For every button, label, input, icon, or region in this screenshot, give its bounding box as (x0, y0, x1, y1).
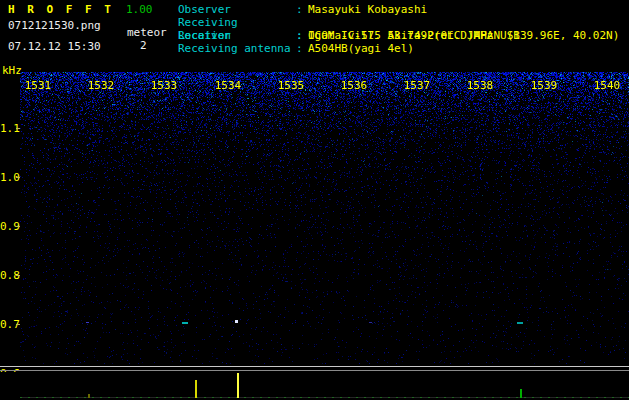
meteor-echo-mark (86, 322, 89, 323)
info-label: Receiving antenna (178, 42, 296, 55)
mode-label: meteor (127, 26, 167, 39)
freq-tick-label: 0.8 (0, 269, 17, 282)
info-row-location: Receiving Location:Ogata-vill. Akita-Pre… (178, 16, 619, 29)
level-spike (195, 380, 197, 398)
level-spike (237, 373, 239, 398)
level-spike (520, 389, 522, 398)
info-row-antenna: Receiving antenna:A504HB(yagi 4el) (178, 42, 619, 55)
meteor-echo-mark (369, 322, 372, 323)
time-tick-label: 1538 (467, 79, 494, 92)
info-label: Receiver (178, 29, 296, 42)
time-tick-label: 1531 (25, 79, 52, 92)
freq-tick-mark (16, 275, 20, 276)
level-spike (88, 394, 90, 398)
freq-tick-label: 0.7 (0, 318, 17, 331)
meteor-echo-mark (182, 322, 188, 324)
level-graph (0, 372, 629, 400)
info-value: A504HB(yagi 4el) (308, 42, 414, 55)
time-tick-label: 1534 (215, 79, 242, 92)
time-tick-label: 1532 (88, 79, 115, 92)
time-tick-label: 1536 (341, 79, 368, 92)
spectrogram-noise (20, 72, 629, 364)
app-version: 1.00 (126, 3, 153, 16)
meteor-count: 2 (140, 39, 147, 52)
time-tick-label: 1540 (594, 79, 621, 92)
freq-tick-mark (16, 324, 20, 325)
freq-tick-mark (16, 128, 20, 129)
freq-unit-label: kHz (2, 64, 22, 77)
info-label: Observer (178, 3, 296, 16)
output-filename: 0712121530.png (8, 19, 101, 32)
level-baseline (20, 397, 629, 398)
freq-tick-mark (16, 177, 20, 178)
time-tick-label: 1539 (531, 79, 558, 92)
freq-tick-label: 0.9 (0, 220, 17, 233)
info-value: Masayuki Kobayashi (308, 3, 427, 16)
time-tick-label: 1537 (404, 79, 431, 92)
meteor-echo-mark (517, 322, 523, 324)
station-info-block: Observer:Masayuki Kobayashi Receiving Lo… (178, 3, 619, 55)
info-value: ICOM IC-575 53.7492(0LCD)MHz USB (308, 29, 520, 42)
info-separator: : (296, 42, 308, 55)
time-tick-label: 1535 (278, 79, 305, 92)
time-tick-label: 1533 (151, 79, 178, 92)
info-separator: : (296, 29, 308, 42)
hrofft-output-window: H R O F F T 1.00 0712121530.png meteor 2… (0, 0, 629, 400)
freq-tick-label: 1.1 (0, 122, 17, 135)
info-separator: : (296, 3, 308, 16)
datetime: 07.12.12 15:30 (8, 40, 101, 53)
freq-tick-label: 1.0 (0, 171, 17, 184)
freq-tick-mark (16, 226, 20, 227)
meteor-echo-mark (235, 320, 238, 323)
separator-line-top (0, 366, 629, 367)
separator-line-bottom (0, 370, 629, 371)
app-title: H R O F F T (8, 3, 114, 16)
info-row-observer: Observer:Masayuki Kobayashi (178, 3, 619, 16)
